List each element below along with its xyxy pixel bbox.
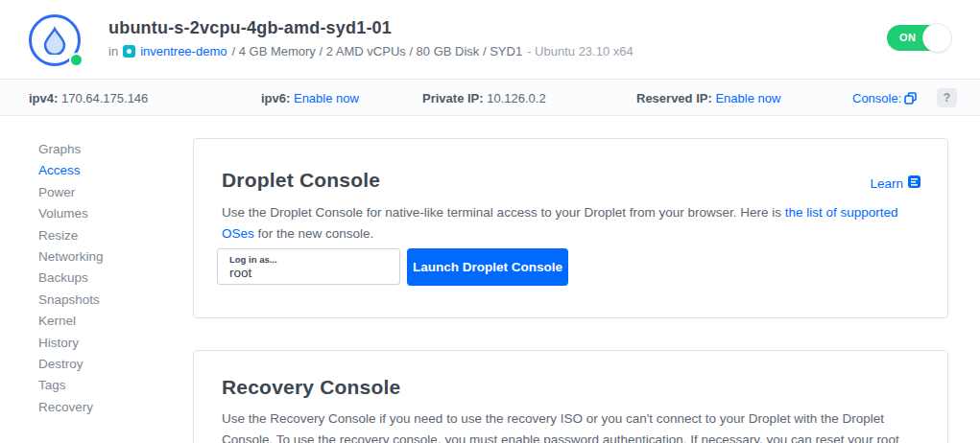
- open-window-icon: [904, 92, 917, 107]
- console-cell: Console:: [852, 91, 917, 107]
- console-launch-link[interactable]: Console:: [852, 91, 917, 105]
- sidebar-item-access[interactable]: Access: [38, 163, 173, 184]
- ipv6-label: ipv6:: [261, 91, 290, 105]
- sidebar-item-power[interactable]: Power: [38, 185, 173, 206]
- sidebar-item-tags[interactable]: Tags: [38, 378, 173, 399]
- ipv6-enable-link[interactable]: Enable now: [294, 91, 359, 105]
- ipv4-cell: ipv4: 170.64.175.146: [29, 91, 148, 105]
- description-text-after: for the new console.: [254, 226, 374, 241]
- recovery-console-title: Recovery Console: [222, 376, 400, 399]
- login-as-field-group[interactable]: Log in as...: [217, 248, 400, 285]
- help-button[interactable]: ?: [937, 88, 957, 107]
- network-info-bar: ipv4: 170.64.175.146 ipv6: Enable now Pr…: [0, 79, 980, 116]
- description-text: Use the Droplet Console for native-like …: [222, 205, 785, 220]
- reserved-ip-enable-link[interactable]: Enable now: [715, 91, 780, 105]
- droplet-detail-page: ubuntu-s-2vcpu-4gb-amd-syd1-01 in invent…: [0, 0, 980, 443]
- project-link[interactable]: inventree-demo: [140, 44, 227, 58]
- droplet-specs: / 4 GB Memory / 2 AMD vCPUs / 80 GB Disk…: [231, 44, 522, 58]
- status-online-dot: [69, 53, 84, 67]
- private-ip-cell: Private IP: 10.126.0.2: [422, 91, 546, 105]
- learn-label: Learn: [870, 176, 903, 191]
- ipv4-label: ipv4:: [29, 91, 58, 105]
- droplet-console-title: Droplet Console: [222, 169, 380, 192]
- sidebar-item-snapshots[interactable]: Snapshots: [38, 292, 173, 314]
- sidebar-item-recovery[interactable]: Recovery: [38, 400, 173, 421]
- login-as-input[interactable]: [229, 266, 388, 280]
- sidebar-item-kernel[interactable]: Kernel: [38, 314, 173, 335]
- reserved-ip-cell: Reserved IP: Enable now: [636, 91, 780, 105]
- login-as-label: Log in as...: [229, 254, 388, 265]
- droplet-avatar: [29, 14, 83, 68]
- sidebar-item-destroy[interactable]: Destroy: [38, 357, 173, 378]
- power-toggle-label: ON: [899, 32, 917, 43]
- sidebar-item-resize[interactable]: Resize: [38, 228, 173, 249]
- droplet-subtitle: in inventree-demo / 4 GB Memory / 2 AMD …: [108, 44, 633, 58]
- droplet-heading: ubuntu-s-2vcpu-4gb-amd-syd1-01 in invent…: [108, 18, 633, 58]
- docs-icon: [907, 175, 921, 192]
- sidebar-item-backups[interactable]: Backups: [38, 270, 173, 291]
- droplet-header: ubuntu-s-2vcpu-4gb-amd-syd1-01 in invent…: [29, 12, 951, 70]
- sidebar-item-history[interactable]: History: [38, 336, 173, 357]
- droplet-sidebar: Graphs Access Power Volumes Resize Netwo…: [38, 142, 173, 421]
- reserved-ip-label: Reserved IP:: [636, 91, 712, 105]
- learn-link[interactable]: Learn: [870, 175, 921, 192]
- launch-droplet-console-button[interactable]: Launch Droplet Console: [407, 248, 568, 286]
- console-label: Console:: [852, 91, 901, 105]
- power-toggle-knob[interactable]: [922, 23, 952, 53]
- in-label: in: [108, 44, 118, 58]
- ipv6-cell: ipv6: Enable now: [261, 91, 359, 105]
- ipv4-value: 170.64.175.146: [61, 91, 148, 105]
- private-ip-value: 10.126.0.2: [487, 91, 545, 105]
- droplet-name: ubuntu-s-2vcpu-4gb-amd-syd1-01: [108, 18, 633, 38]
- recovery-console-description: Use the Recovery Console if you need to …: [222, 408, 927, 443]
- droplet-os: - Ubuntu 23.10 x64: [527, 44, 633, 58]
- sidebar-item-networking[interactable]: Networking: [38, 249, 173, 270]
- droplet-console-card: Droplet Console Learn Use the Droplet Co…: [193, 138, 948, 318]
- droplet-console-description: Use the Droplet Console for native-like …: [222, 202, 927, 245]
- sidebar-item-graphs[interactable]: Graphs: [38, 142, 173, 163]
- private-ip-label: Private IP:: [422, 91, 484, 105]
- sidebar-item-volumes[interactable]: Volumes: [38, 206, 173, 227]
- recovery-console-card: Recovery Console Use the Recovery Consol…: [193, 350, 948, 443]
- power-toggle[interactable]: ON: [887, 25, 948, 51]
- project-icon: [123, 45, 135, 58]
